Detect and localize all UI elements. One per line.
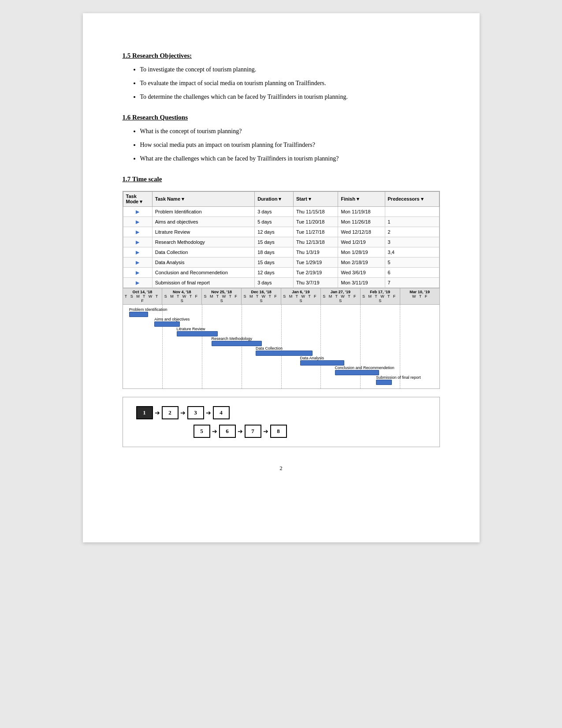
task-icon: ►	[123, 227, 152, 237]
bar-label: Aims and objectives	[154, 317, 190, 321]
nd-arrow: ➔	[212, 428, 217, 435]
task-icon: ►	[123, 237, 152, 247]
gantt-bar	[256, 351, 313, 356]
task-pred: 7	[385, 278, 439, 288]
task-finish: Wed 12/12/18	[338, 227, 385, 237]
list-item: To evaluate the impact of social media o…	[140, 78, 440, 88]
gantt-chart-header: Oct 14, '18T S M T W T F Nov 4, '18S M T…	[123, 288, 439, 305]
task-pred: 5	[385, 258, 439, 268]
task-start: Tue 1/29/19	[293, 258, 338, 268]
bar-label: Conclusion and Recommendetion	[335, 366, 395, 370]
col-task-mode: TaskMode ▾	[123, 192, 152, 207]
task-start: Thu 11/15/18	[293, 207, 338, 217]
bar-label: Litrature Review	[177, 327, 205, 331]
nd-arrow: ➔	[238, 428, 243, 435]
task-finish: Mon 2/18/19	[338, 258, 385, 268]
table-row: ► Conclusion and Recommendetion 12 days …	[123, 268, 439, 278]
task-finish: Mon 11/19/18	[338, 207, 385, 217]
task-name: Data Analysis	[152, 258, 254, 268]
nd-node-5: 5	[194, 425, 210, 438]
bar-label: Data Collection	[256, 346, 283, 351]
col-finish: Finish ▾	[338, 192, 385, 207]
chart-header-cell: Nov 25, '18S M T W T F S	[202, 288, 242, 304]
task-finish: Mon 11/26/18	[338, 217, 385, 227]
task-duration: 3 days	[255, 207, 294, 217]
network-diagram: 1 ➔ 2 ➔ 3 ➔ 4 5 ➔ 6 ➔ 7 ➔ 8	[123, 397, 440, 447]
chart-header-cell: Nov 4, '18S M T W T F S	[162, 288, 202, 304]
task-duration: 5 days	[255, 217, 294, 227]
table-row: ► Submission of final report 3 days Thu …	[123, 278, 439, 288]
page-number: 2	[123, 465, 440, 472]
col-predecessors: Predecessors ▾	[385, 192, 439, 207]
nd-node-6: 6	[219, 425, 236, 438]
gantt-bar	[335, 370, 380, 375]
questions-heading: 1.6 Research Questions	[123, 114, 440, 121]
task-pred	[385, 207, 439, 217]
task-name: Submission of final report	[152, 278, 254, 288]
chart-header-cell: Jan 6, '19S M T W T F S	[281, 288, 321, 304]
task-start: Thu 12/13/18	[293, 237, 338, 247]
col-task-name: Task Name ▾	[152, 192, 254, 207]
bar-label: Submission of final report	[376, 375, 421, 380]
gantt-chart: Oct 14, '18T S M T W T F Nov 4, '18S M T…	[123, 288, 440, 389]
col-start: Start ▾	[293, 192, 338, 207]
gantt-table: TaskMode ▾ Task Name ▾ Duration ▾ Start …	[123, 191, 439, 288]
table-row: ► Data Analysis 15 days Tue 1/29/19 Mon …	[123, 258, 439, 268]
task-name: Research Methodology	[152, 237, 254, 247]
table-row: ► Research Methodology 15 days Thu 12/13…	[123, 237, 439, 247]
task-icon: ►	[123, 268, 152, 278]
task-name: Conclusion and Recommendetion	[152, 268, 254, 278]
nd-node-8: 8	[270, 425, 287, 438]
task-finish: Mon 1/28/19	[338, 247, 385, 258]
task-finish: Mon 3/11/19	[338, 278, 385, 288]
document-page: 1.5 Research Objectives: To investigate …	[83, 13, 480, 542]
nd-node-7: 7	[245, 425, 261, 438]
task-pred: 3,4	[385, 247, 439, 258]
gantt-bar	[177, 331, 218, 336]
nd-arrow: ➔	[206, 409, 211, 417]
nd-arrow: ➔	[180, 409, 186, 417]
list-item: How social media puts an impact on touri…	[140, 140, 440, 149]
task-icon: ►	[123, 278, 152, 288]
table-row: ► Data Collection 18 days Thu 1/3/19 Mon…	[123, 247, 439, 258]
gantt-bar	[212, 341, 262, 346]
chart-header-cell: Oct 14, '18T S M T W T F	[123, 288, 163, 304]
gantt-table-wrapper: TaskMode ▾ Task Name ▾ Duration ▾ Start …	[123, 191, 440, 288]
task-duration: 12 days	[255, 227, 294, 237]
task-icon: ►	[123, 217, 152, 227]
task-duration: 15 days	[255, 237, 294, 247]
chart-header-cell: Jan 27, '19S M T W T F S	[321, 288, 361, 304]
bar-label: Problem Identification	[129, 307, 167, 312]
nd-arrow: ➔	[155, 409, 160, 417]
gantt-bar	[129, 312, 148, 317]
nd-arrow: ➔	[263, 428, 268, 435]
network-bottom-row: 5 ➔ 6 ➔ 7 ➔ 8	[194, 425, 426, 438]
task-icon: ►	[123, 207, 152, 217]
task-name: Data Collection	[152, 247, 254, 258]
task-start: Thu 1/3/19	[293, 247, 338, 258]
task-duration: 15 days	[255, 258, 294, 268]
list-item: What are the challenges which can be fac…	[140, 154, 440, 163]
gantt-bar	[376, 380, 392, 385]
task-pred: 2	[385, 227, 439, 237]
task-icon: ►	[123, 247, 152, 258]
task-finish: Wed 3/6/19	[338, 268, 385, 278]
list-item: What is the concept of tourism planning?	[140, 127, 440, 136]
task-duration: 3 days	[255, 278, 294, 288]
task-pred: 6	[385, 268, 439, 278]
task-duration: 12 days	[255, 268, 294, 278]
list-item: To investigate the concept of tourism pl…	[140, 65, 440, 74]
nd-node-4: 4	[213, 406, 230, 419]
task-start: Thu 3/7/19	[293, 278, 338, 288]
questions-list: What is the concept of tourism planning?…	[123, 127, 440, 163]
chart-header-cell: Dec 16, '18S M T W T F S	[242, 288, 281, 304]
col-duration: Duration ▾	[255, 192, 294, 207]
gantt-chart-body: Problem Identification Aims and objectiv…	[123, 305, 439, 388]
task-start: Tue 2/19/19	[293, 268, 338, 278]
task-name: Litrature Review	[152, 227, 254, 237]
timescale-heading: 1.7 Time scale	[123, 175, 440, 183]
list-item: To determine the challenges which can be…	[140, 92, 440, 101]
task-name: Aims and objectives	[152, 217, 254, 227]
nd-node-3: 3	[187, 406, 204, 419]
bar-label: Research Methodology	[212, 336, 253, 341]
